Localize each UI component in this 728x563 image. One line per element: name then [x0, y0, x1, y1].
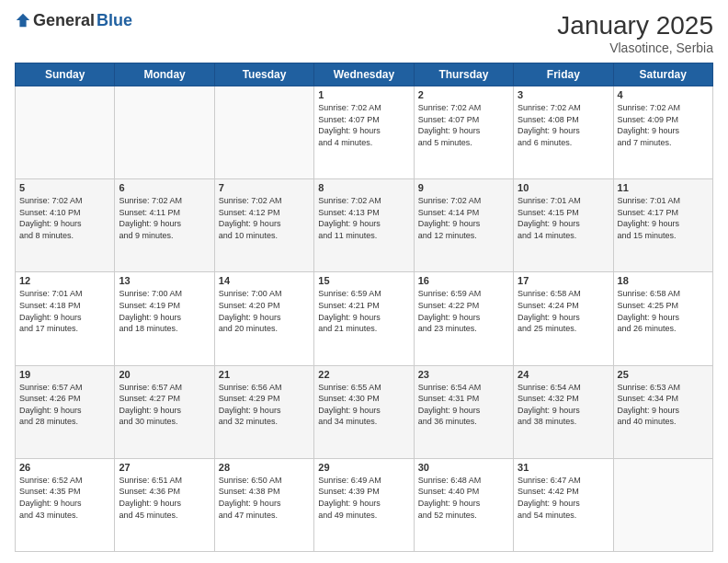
calendar-cell-w1d1: 6Sunrise: 7:02 AM Sunset: 4:11 PM Daylig… [115, 179, 214, 272]
calendar-cell-w4d5: 31Sunrise: 6:47 AM Sunset: 4:42 PM Dayli… [514, 458, 613, 551]
day-number: 5 [19, 182, 110, 193]
calendar-cell-w0d5: 3Sunrise: 7:02 AM Sunset: 4:08 PM Daylig… [514, 86, 613, 179]
header-wednesday: Wednesday [314, 63, 414, 86]
day-info: Sunrise: 7:02 AM Sunset: 4:11 PM Dayligh… [119, 195, 210, 241]
calendar-cell-w3d4: 23Sunrise: 6:54 AM Sunset: 4:31 PM Dayli… [414, 365, 513, 458]
day-number: 25 [618, 369, 709, 380]
day-number: 2 [418, 89, 509, 100]
day-info: Sunrise: 6:50 AM Sunset: 4:38 PM Dayligh… [219, 475, 310, 521]
day-info: Sunrise: 6:57 AM Sunset: 4:26 PM Dayligh… [19, 382, 110, 428]
calendar-cell-w2d2: 14Sunrise: 7:00 AM Sunset: 4:20 PM Dayli… [214, 272, 313, 365]
day-info: Sunrise: 6:59 AM Sunset: 4:22 PM Dayligh… [418, 288, 509, 334]
header-saturday: Saturday [613, 63, 712, 86]
header: GeneralBlue January 2025 Vlasotince, Ser… [15, 11, 713, 55]
header-row: Sunday Monday Tuesday Wednesday Thursday… [16, 63, 713, 86]
calendar-week-2: 12Sunrise: 7:01 AM Sunset: 4:18 PM Dayli… [16, 272, 713, 365]
day-info: Sunrise: 6:58 AM Sunset: 4:25 PM Dayligh… [618, 288, 709, 334]
day-info: Sunrise: 6:54 AM Sunset: 4:31 PM Dayligh… [418, 382, 509, 428]
calendar-cell-w0d2 [214, 86, 313, 179]
calendar-cell-w2d4: 16Sunrise: 6:59 AM Sunset: 4:22 PM Dayli… [414, 272, 513, 365]
logo: GeneralBlue [15, 11, 132, 30]
logo-icon [15, 12, 31, 29]
calendar-cell-w1d0: 5Sunrise: 7:02 AM Sunset: 4:10 PM Daylig… [16, 179, 115, 272]
calendar-cell-w4d0: 26Sunrise: 6:52 AM Sunset: 4:35 PM Dayli… [16, 458, 115, 551]
header-monday: Monday [115, 63, 214, 86]
day-info: Sunrise: 6:59 AM Sunset: 4:21 PM Dayligh… [318, 288, 409, 334]
day-number: 16 [418, 275, 509, 286]
calendar-cell-w1d5: 10Sunrise: 7:01 AM Sunset: 4:15 PM Dayli… [514, 179, 613, 272]
calendar-cell-w1d6: 11Sunrise: 7:01 AM Sunset: 4:17 PM Dayli… [613, 179, 712, 272]
calendar-table: Sunday Monday Tuesday Wednesday Thursday… [15, 63, 713, 552]
day-number: 21 [219, 369, 310, 380]
day-number: 4 [618, 89, 709, 100]
day-info: Sunrise: 6:56 AM Sunset: 4:29 PM Dayligh… [219, 382, 310, 428]
header-sunday: Sunday [16, 63, 115, 86]
logo-general-text: General [33, 11, 95, 30]
day-number: 6 [119, 182, 210, 193]
calendar-cell-w3d1: 20Sunrise: 6:57 AM Sunset: 4:27 PM Dayli… [115, 365, 214, 458]
day-number: 24 [518, 369, 609, 380]
day-number: 15 [318, 275, 409, 286]
day-info: Sunrise: 6:49 AM Sunset: 4:39 PM Dayligh… [318, 475, 409, 521]
calendar-week-0: 1Sunrise: 7:02 AM Sunset: 4:07 PM Daylig… [16, 86, 713, 179]
calendar-cell-w2d5: 17Sunrise: 6:58 AM Sunset: 4:24 PM Dayli… [514, 272, 613, 365]
day-number: 17 [518, 275, 609, 286]
day-number: 22 [318, 369, 409, 380]
title-area: January 2025 Vlasotince, Serbia [557, 11, 713, 55]
calendar-cell-w2d1: 13Sunrise: 7:00 AM Sunset: 4:19 PM Dayli… [115, 272, 214, 365]
day-info: Sunrise: 7:01 AM Sunset: 4:18 PM Dayligh… [19, 288, 110, 334]
calendar-cell-w4d4: 30Sunrise: 6:48 AM Sunset: 4:40 PM Dayli… [414, 458, 513, 551]
day-info: Sunrise: 7:02 AM Sunset: 4:07 PM Dayligh… [318, 102, 409, 148]
day-number: 9 [418, 182, 509, 193]
day-number: 20 [119, 369, 210, 380]
day-number: 12 [19, 275, 110, 286]
day-number: 23 [418, 369, 509, 380]
calendar-cell-w0d4: 2Sunrise: 7:02 AM Sunset: 4:07 PM Daylig… [414, 86, 513, 179]
day-number: 18 [618, 275, 709, 286]
day-number: 11 [618, 182, 709, 193]
day-number: 14 [219, 275, 310, 286]
day-info: Sunrise: 6:55 AM Sunset: 4:30 PM Dayligh… [318, 382, 409, 428]
calendar-cell-w3d0: 19Sunrise: 6:57 AM Sunset: 4:26 PM Dayli… [16, 365, 115, 458]
day-info: Sunrise: 7:02 AM Sunset: 4:10 PM Dayligh… [19, 195, 110, 241]
day-info: Sunrise: 6:51 AM Sunset: 4:36 PM Dayligh… [119, 475, 210, 521]
calendar-cell-w3d5: 24Sunrise: 6:54 AM Sunset: 4:32 PM Dayli… [514, 365, 613, 458]
calendar-cell-w4d6 [613, 458, 712, 551]
day-number: 7 [219, 182, 310, 193]
day-number: 27 [119, 462, 210, 473]
day-info: Sunrise: 6:52 AM Sunset: 4:35 PM Dayligh… [19, 475, 110, 521]
calendar-cell-w4d2: 28Sunrise: 6:50 AM Sunset: 4:38 PM Dayli… [214, 458, 313, 551]
day-number: 26 [19, 462, 110, 473]
day-number: 29 [318, 462, 409, 473]
day-info: Sunrise: 7:02 AM Sunset: 4:12 PM Dayligh… [219, 195, 310, 241]
day-number: 31 [518, 462, 609, 473]
day-number: 13 [119, 275, 210, 286]
calendar-cell-w1d2: 7Sunrise: 7:02 AM Sunset: 4:12 PM Daylig… [214, 179, 313, 272]
day-number: 8 [318, 182, 409, 193]
logo-blue-text: Blue [97, 11, 132, 30]
day-info: Sunrise: 7:02 AM Sunset: 4:08 PM Dayligh… [518, 102, 609, 148]
day-info: Sunrise: 7:00 AM Sunset: 4:19 PM Dayligh… [119, 288, 210, 334]
calendar-cell-w4d1: 27Sunrise: 6:51 AM Sunset: 4:36 PM Dayli… [115, 458, 214, 551]
day-info: Sunrise: 7:02 AM Sunset: 4:07 PM Dayligh… [418, 102, 509, 148]
calendar-cell-w3d6: 25Sunrise: 6:53 AM Sunset: 4:34 PM Dayli… [613, 365, 712, 458]
location-subtitle: Vlasotince, Serbia [557, 40, 713, 55]
month-title: January 2025 [557, 11, 713, 40]
header-friday: Friday [514, 63, 613, 86]
day-number: 28 [219, 462, 310, 473]
calendar-cell-w4d3: 29Sunrise: 6:49 AM Sunset: 4:39 PM Dayli… [314, 458, 414, 551]
calendar-cell-w0d0 [16, 86, 115, 179]
day-info: Sunrise: 6:54 AM Sunset: 4:32 PM Dayligh… [518, 382, 609, 428]
calendar-week-4: 26Sunrise: 6:52 AM Sunset: 4:35 PM Dayli… [16, 458, 713, 551]
day-info: Sunrise: 6:53 AM Sunset: 4:34 PM Dayligh… [618, 382, 709, 428]
header-tuesday: Tuesday [214, 63, 313, 86]
header-thursday: Thursday [414, 63, 513, 86]
day-info: Sunrise: 6:58 AM Sunset: 4:24 PM Dayligh… [518, 288, 609, 334]
day-number: 3 [518, 89, 609, 100]
day-info: Sunrise: 6:57 AM Sunset: 4:27 PM Dayligh… [119, 382, 210, 428]
calendar-cell-w1d3: 8Sunrise: 7:02 AM Sunset: 4:13 PM Daylig… [314, 179, 414, 272]
day-info: Sunrise: 6:47 AM Sunset: 4:42 PM Dayligh… [518, 475, 609, 521]
calendar-cell-w2d6: 18Sunrise: 6:58 AM Sunset: 4:25 PM Dayli… [613, 272, 712, 365]
calendar-cell-w0d3: 1Sunrise: 7:02 AM Sunset: 4:07 PM Daylig… [314, 86, 414, 179]
day-info: Sunrise: 7:01 AM Sunset: 4:15 PM Dayligh… [518, 195, 609, 241]
